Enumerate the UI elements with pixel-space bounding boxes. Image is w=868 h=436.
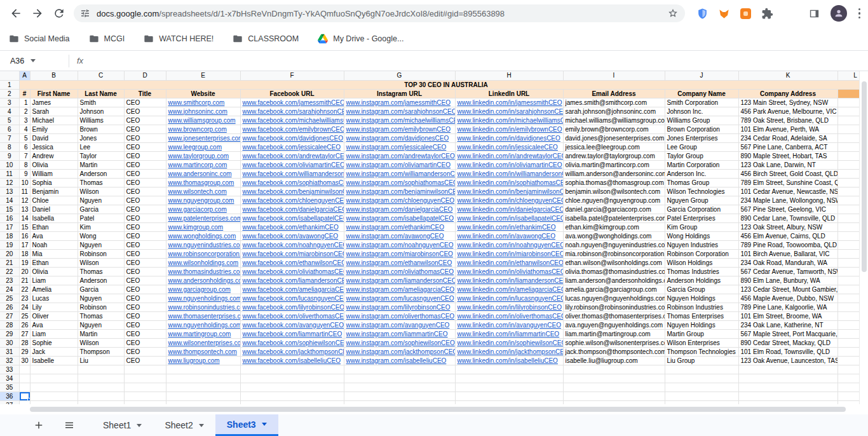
cell[interactable]: Jones — [78, 133, 124, 142]
cell-link[interactable]: www.facebook.com/lilyrobinsonCEO — [243, 304, 344, 311]
cell[interactable]: Williams — [78, 116, 124, 125]
cell[interactable] — [837, 125, 859, 133]
cell-link[interactable]: www.instagram.com/oliviamartinCEO — [346, 161, 451, 168]
cell[interactable]: olivia.martin@martincorp.com — [563, 160, 665, 169]
cell[interactable]: www.instagram.com/benjaminwilsonCEO — [344, 187, 455, 196]
cell-link[interactable]: www.facebook.com/andrewtaylorCEO — [243, 153, 344, 160]
cell[interactable]: Lee — [78, 142, 124, 151]
cell[interactable]: www.facebook.com/isabellapatelCEO — [240, 214, 344, 222]
cell[interactable] — [19, 383, 30, 392]
cell[interactable]: Wilson — [78, 187, 124, 196]
chrome-menu-icon[interactable] — [856, 6, 864, 22]
cell-link[interactable]: www.facebook.com/oliviamartinCEO — [243, 161, 344, 168]
cell-link[interactable]: www.facebook.com/benjaminwilsonCEO — [243, 188, 344, 195]
shield-extension-icon[interactable] — [695, 6, 709, 20]
cell[interactable]: www.facebook.com/danielgarciaCEO — [240, 205, 344, 214]
cell[interactable]: www.linkedin.com/in/noahnguyenCEO — [455, 240, 563, 249]
orange-extension-icon[interactable] — [738, 6, 752, 20]
cell-link[interactable]: www.instagram.com/emilybrownCEO — [346, 126, 451, 133]
cell[interactable]: 101 Elm Street, Broome, WA — [738, 311, 837, 320]
cell[interactable]: Liam — [30, 329, 78, 338]
bookmark-star-icon[interactable] — [667, 8, 679, 19]
cell[interactable]: Emily — [30, 125, 78, 133]
cell[interactable] — [665, 365, 738, 374]
cell[interactable]: www.instagram.com/ameliagarciaCEO — [344, 285, 455, 294]
cell[interactable]: www.linkedin.com/in/sarahjohnsonCEO — [455, 107, 563, 116]
cell[interactable]: Mia — [30, 249, 78, 258]
cell[interactable]: www.linkedin.com/in/andrewtaylorCEO — [455, 151, 563, 160]
cell[interactable] — [30, 383, 78, 392]
cell[interactable]: www.linkedin.com/in/sophiathomasCEO — [455, 178, 563, 187]
cell-link[interactable]: www.martingroup.com — [168, 330, 231, 337]
cell[interactable]: david.jones@jonesenterprises.com — [563, 133, 665, 142]
cell[interactable]: 26 — [19, 320, 30, 329]
cell[interactable]: CEO — [124, 294, 166, 303]
add-sheet-button[interactable] — [28, 414, 50, 436]
cell[interactable] — [837, 98, 859, 107]
cell[interactable]: www.linkedin.com/in/liammartinCEO — [455, 329, 563, 338]
forward-button[interactable] — [27, 3, 48, 24]
cell[interactable]: 12 — [19, 196, 30, 205]
cell[interactable]: www.instagram.com/jackthompsonCEO — [344, 347, 455, 356]
cell[interactable]: ava.wong@wongholdings.com — [563, 231, 665, 240]
cell[interactable]: www.linkedin.com/in/jackthompsonCEO — [455, 347, 563, 356]
cell[interactable]: Thomas Industries — [665, 267, 738, 276]
cell[interactable]: CEO — [124, 267, 166, 276]
cell[interactable]: 14 — [19, 214, 30, 222]
cell[interactable]: www.browncorp.com — [166, 125, 240, 133]
cell[interactable]: noah.nguyen@nguyenindustries.com — [563, 240, 665, 249]
tab-sheet2[interactable]: Sheet2 — [153, 414, 215, 436]
cell-link[interactable]: www.instagram.com/benjaminwilsonCEO — [346, 188, 456, 195]
cell[interactable]: Olivia — [30, 267, 78, 276]
cell[interactable]: Olivia — [30, 160, 78, 169]
cell-link[interactable]: www.garciagroup.com — [168, 286, 231, 293]
cell[interactable]: www.facebook.com/ameliagarciaCEO — [240, 285, 344, 294]
cell[interactable]: 123 Cedar Street, Mount Gambier, SA — [738, 285, 837, 294]
cell-link[interactable]: www.smithcorp.com — [168, 99, 225, 106]
cell-link[interactable]: www.instagram.com/andrewtaylorCEO — [346, 153, 455, 160]
cell[interactable]: CEO — [124, 160, 166, 169]
cell[interactable]: amelia.garcia@garciagroup.com — [563, 285, 665, 294]
cell[interactable]: 789 Pine Road, Toowoomba, QLD — [738, 240, 837, 249]
cell[interactable]: CEO — [124, 214, 166, 222]
cell[interactable]: 234 Oak Lane, Katherine, NT — [738, 320, 837, 329]
cell[interactable]: Daniel — [30, 205, 78, 214]
cell[interactable]: www.wilsonenterprises.com — [166, 338, 240, 347]
cell[interactable]: CEO — [124, 258, 166, 267]
cell[interactable]: sophia.thomas@thomasgroup.com — [563, 178, 665, 187]
row-header-32[interactable]: 32 — [0, 356, 19, 365]
cell[interactable]: www.facebook.com/andrewtaylorCEO — [240, 151, 344, 160]
row-header-22[interactable]: 22 — [0, 267, 19, 276]
cell[interactable]: www.linkedin.com/in/oliverthomasCEO — [455, 311, 563, 320]
row-header-28[interactable]: 28 — [0, 320, 19, 329]
cell[interactable]: benjamin.wilson@wilsontech.com — [563, 187, 665, 196]
cell[interactable]: 13 — [19, 205, 30, 214]
cell[interactable] — [837, 249, 859, 258]
cell[interactable]: ava.nguyen@nguyenholdings.com — [563, 320, 665, 329]
cell[interactable]: CEO — [124, 169, 166, 178]
cell-link[interactable]: www.linkedin.com/in/sophiewilsonCEO — [458, 339, 564, 346]
bookmark-folder-watch-here[interactable]: WATCH HERE! — [144, 34, 214, 44]
cell[interactable] — [344, 365, 455, 374]
cell[interactable]: william.anderson@andersoninc.com — [563, 169, 665, 178]
cell[interactable]: Kim Group — [665, 222, 738, 231]
row-header-6[interactable]: 6 — [0, 125, 19, 133]
cell-link[interactable]: www.instagram.com/jamessmithCEO — [346, 99, 451, 106]
cell[interactable] — [837, 392, 859, 400]
cell[interactable]: michael.williams@williamsgroup.com — [563, 116, 665, 125]
cell-link[interactable]: www.nguyenholdings.com — [168, 322, 241, 329]
cell-link[interactable]: www.facebook.com/chloenguyenCEO — [243, 197, 344, 204]
cell-link[interactable]: www.robinsonindustries.com — [168, 304, 241, 311]
cell[interactable]: 8 — [19, 160, 30, 169]
cell[interactable] — [837, 383, 859, 392]
cell-link[interactable]: www.linkedin.com/in/michaelwilliamsCEO — [458, 117, 564, 124]
cell[interactable]: Thomas Group — [665, 178, 738, 187]
cell[interactable]: www.instagram.com/ethankimCEO — [344, 222, 455, 231]
cell[interactable] — [455, 383, 563, 392]
row-header-35[interactable]: 35 — [0, 383, 19, 392]
cell-link[interactable]: www.instagram.com/sarahjohnsonCEO — [346, 108, 456, 115]
cell[interactable]: Patel Enterprises — [665, 214, 738, 222]
cell[interactable]: www.taylorgroup.com — [166, 151, 240, 160]
bookmark-folder-social-media[interactable]: Social Media — [9, 34, 70, 44]
cell[interactable]: CEO — [124, 303, 166, 311]
